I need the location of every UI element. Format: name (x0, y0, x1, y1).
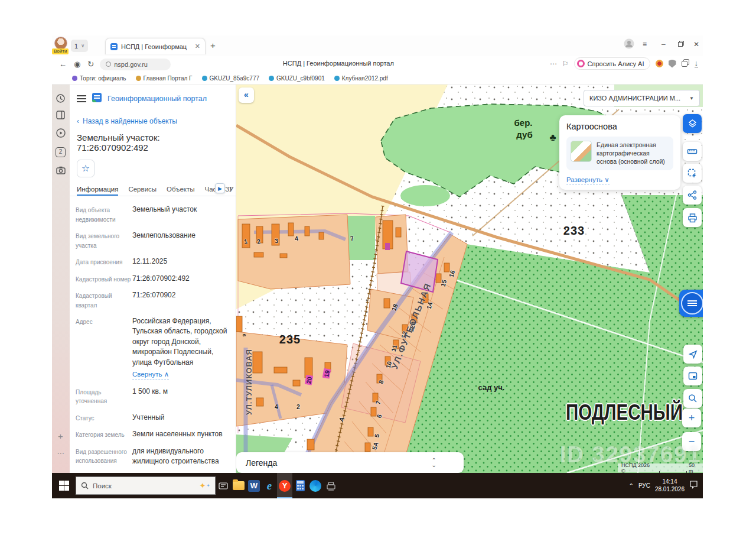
alice-button[interactable]: Спросить Алису AI (574, 57, 650, 70)
field-row: Категория земельЗемли населенных пунктов (76, 429, 233, 440)
clock[interactable]: 14:14 28.01.2026 (655, 478, 685, 493)
tab-group-count: 1 (74, 43, 78, 50)
field-value: Учтенный (132, 413, 165, 423)
internet-explorer-icon[interactable]: e (262, 473, 277, 498)
tabs-scroll-right-button[interactable]: ▶ (215, 183, 225, 193)
screenshot-icon[interactable] (56, 166, 66, 176)
bookmark-item[interactable]: GKUZU_85a9c777 (202, 75, 260, 82)
tabs-sync-icon[interactable] (682, 59, 689, 69)
tray-expand-icon[interactable]: ⌃ (629, 482, 634, 489)
panel-tab-3[interactable]: Объекты (167, 186, 194, 196)
add-panel-icon[interactable]: + (56, 431, 66, 441)
search-placeholder: Поиск (93, 482, 195, 489)
bookmark-item[interactable]: Торги: официаль (72, 75, 126, 82)
favorite-star-button[interactable]: ☆ (77, 160, 94, 177)
download-icon[interactable]: ↓ (695, 60, 699, 67)
share-tool-button[interactable] (683, 186, 702, 205)
profile-avatar[interactable] (54, 37, 67, 50)
back-to-results-link[interactable]: ‹ Назад в найденные объекты (70, 109, 236, 127)
field-label: Статус (76, 413, 132, 423)
bookmark-label: Торги: официаль (80, 75, 126, 82)
copilot-sparkle-icon[interactable]: ✦ (199, 481, 206, 490)
extension-flower-icon[interactable] (656, 60, 663, 67)
profile-login-label[interactable]: Войти (52, 48, 69, 54)
field-value: Земли населенных пунктов (132, 429, 223, 440)
scale-label: 50 m (689, 462, 699, 474)
minimap-button[interactable] (683, 367, 702, 385)
url-field[interactable]: nspd.gov.ru (100, 59, 171, 70)
panels-icon[interactable] (56, 111, 66, 121)
select-area-tool-button[interactable] (683, 164, 702, 183)
back-icon[interactable]: ← (59, 60, 67, 69)
field-label: Кадастровый квартал (76, 290, 132, 310)
basemap-layer-item[interactable]: Единая электронная картографическая осно… (566, 137, 673, 170)
language-indicator[interactable]: РУС (638, 482, 650, 489)
assistant-chat-button[interactable] (679, 290, 703, 317)
bookmark-item[interactable]: Главная Портал Г (136, 75, 193, 82)
active-tab[interactable]: НСПД | Геоинформац ✕ (105, 38, 206, 54)
object-info-panel: Геоинформационный портал ‹ Назад в найде… (70, 85, 236, 473)
bookmark-item[interactable]: GKUZU_c9bf0901 (269, 75, 325, 82)
basemap-card: Картооснова Единая электронная картограф… (559, 115, 680, 190)
bookmark-item[interactable]: Клубная2012.pdf (334, 75, 388, 82)
play-circle-icon[interactable] (56, 128, 66, 138)
object-title: Земельный участок: 71:26:070902:492 (70, 127, 236, 155)
reload-icon[interactable]: ↻ (87, 60, 94, 69)
menu-icon[interactable]: ≡ (643, 40, 647, 48)
history-icon[interactable] (56, 94, 66, 104)
attribution-text: НСПД 2026 © (621, 462, 652, 474)
extensions-icon[interactable]: ◉ (74, 60, 80, 69)
my-location-button[interactable] (683, 345, 702, 364)
rail-more-icon[interactable]: ⋯ (56, 449, 66, 459)
yandex-browser-icon[interactable]: Y (277, 473, 292, 498)
field-row: СтатусУчтенный (76, 413, 233, 423)
calculator-icon[interactable] (292, 473, 308, 498)
basemap-expand-link[interactable]: Развернуть ∨ (566, 176, 610, 184)
url-text: nspd.gov.ru (114, 61, 148, 68)
close-button[interactable]: ✕ (693, 40, 699, 48)
layers-tool-button[interactable] (683, 114, 702, 133)
scanner-fax-icon[interactable] (323, 473, 338, 498)
organization-dropdown[interactable]: КИЗО АДМИНИСТРАЦИИ М... ▼ (584, 90, 700, 106)
field-row: Вид разрешенного использованиядля индиви… (76, 446, 233, 467)
notification-center-icon[interactable] (689, 480, 698, 491)
field-label: Площадь уточненная (76, 387, 132, 406)
task-view-icon[interactable] (216, 473, 231, 498)
print-tool-button[interactable] (683, 208, 702, 227)
search-object-button[interactable] (683, 389, 702, 408)
new-tab-button[interactable]: + (210, 40, 216, 50)
panel-collapse-button[interactable]: « (239, 87, 254, 103)
app-title: Геоинформационный портал (107, 95, 207, 103)
object-fields: Вид объекта недвижимостиЗемельный участо… (70, 196, 236, 473)
ruler-tool-button[interactable] (683, 142, 702, 161)
tab-group[interactable]: 1 ∨ (71, 40, 88, 52)
word-icon[interactable]: W (246, 473, 262, 498)
browser-sidebar: 2 + ⋯ (52, 85, 70, 473)
legend-label: Легенда (246, 458, 277, 468)
edge-icon[interactable] (308, 473, 323, 498)
menu-hamburger-icon[interactable] (77, 95, 86, 102)
browser-user-icon[interactable] (624, 38, 634, 51)
alice-icon (577, 60, 585, 67)
bookmark-flag-icon[interactable]: ⚐ (562, 60, 569, 68)
tab-counter-icon[interactable]: 2 (56, 147, 66, 157)
expand-collapse-icon[interactable]: ⌃⌄ (432, 458, 436, 468)
panel-tab-1[interactable]: Информация (77, 186, 118, 196)
map-canvas[interactable]: 123471816151412А12111087655А2019249А2332… (236, 85, 703, 473)
zoom-in-button[interactable]: + (682, 408, 701, 427)
file-explorer-icon[interactable] (231, 473, 246, 498)
more-icon[interactable]: ⋯ (550, 60, 557, 68)
extension-shield-icon[interactable] (669, 60, 676, 68)
legend-bar[interactable]: Легенда ⌃⌄ (236, 452, 464, 473)
taskbar-search-input[interactable]: Поиск ✦ ✦ (76, 476, 216, 495)
tab-close-icon[interactable]: ✕ (195, 43, 200, 50)
collapse-address-link[interactable]: Свернуть ∧ (132, 369, 169, 380)
field-row: Кадастровый квартал71:26:070902 (76, 290, 233, 310)
minimize-button[interactable]: – (662, 40, 666, 48)
field-row: Площадь уточненная1 500 кв. м (76, 387, 233, 406)
panel-tab-2[interactable]: Сервисы (128, 186, 157, 196)
zoom-out-button[interactable]: − (682, 432, 701, 451)
start-button[interactable] (52, 473, 76, 498)
restore-button[interactable] (678, 40, 684, 48)
organization-dropdown-value: КИЗО АДМИНИСТРАЦИИ М... (589, 95, 680, 102)
